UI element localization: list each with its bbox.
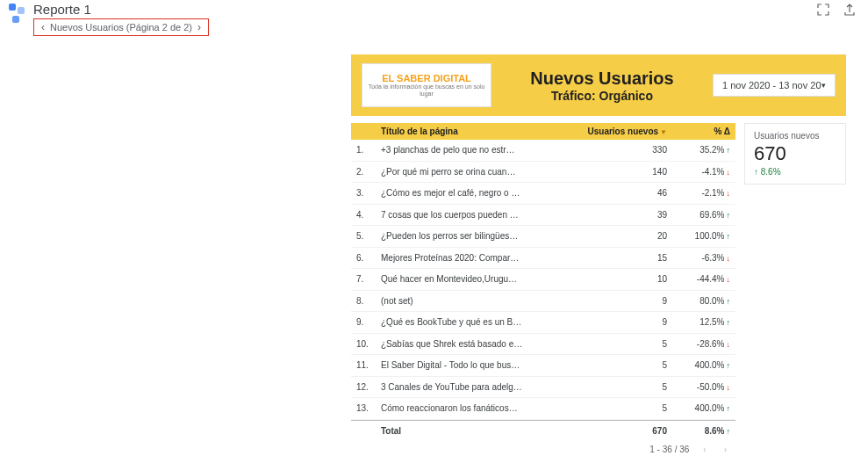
- table-row[interactable]: 13.Cómo reaccionaron los fanáticos…5400.…: [351, 398, 735, 420]
- row-index: 3.: [356, 186, 381, 200]
- arrow-up-icon: ↑: [727, 361, 731, 370]
- table-row[interactable]: 11.El Saber Digital - Todo lo que bus…54…: [351, 355, 735, 377]
- table-pager: 1 - 36 / 36 ‹ ›: [351, 441, 735, 456]
- row-index: 6.: [356, 251, 381, 265]
- arrow-up-icon: ↑: [727, 404, 731, 413]
- pager-next-icon[interactable]: ›: [721, 445, 730, 454]
- row-title: +3 planchas de pelo que no estr…: [381, 143, 570, 157]
- row-delta: 12.5%↑: [667, 315, 730, 329]
- arrow-down-icon: ↓: [727, 340, 731, 349]
- arrow-down-icon: ↓: [727, 168, 731, 177]
- row-delta: -50.0%↓: [667, 380, 730, 394]
- row-title: ¿Qué es BookTube y qué es un B…: [381, 315, 570, 329]
- brand-title: EL SABER DIGITAL: [382, 73, 471, 83]
- row-index: 4.: [356, 208, 381, 222]
- row-delta: -6.3%↓: [667, 251, 730, 265]
- arrow-down-icon: ↓: [727, 275, 731, 284]
- table-row[interactable]: 7.Qué hacer en Montevideo,Urugu…10-44.4%…: [351, 269, 735, 291]
- table-total-row: Total 670 8.6%↑: [351, 420, 735, 442]
- table-row[interactable]: 2.¿Por qué mi perro se orina cuan…140-4.…: [351, 162, 735, 184]
- page-heading: Nuevos Usuarios: [507, 69, 697, 89]
- col-delta-header[interactable]: % Δ: [667, 127, 730, 136]
- col-title-header[interactable]: Título de la página: [381, 127, 570, 136]
- row-title: (not set): [381, 294, 570, 308]
- data-table: Título de la página Usuarios nuevos▼ % Δ…: [351, 123, 735, 456]
- arrow-up-icon: ↑: [727, 211, 731, 220]
- fullscreen-icon[interactable]: [817, 4, 829, 18]
- arrow-down-icon: ↓: [727, 254, 731, 263]
- table-row[interactable]: 1.+3 planchas de pelo que no estr…33035.…: [351, 140, 735, 162]
- arrow-up-icon: ↑: [754, 167, 758, 177]
- row-title: ¿Sabías que Shrek está basado e…: [381, 337, 570, 351]
- table-row[interactable]: 6.Mejores Proteínas 2020: Compar…15-6.3%…: [351, 248, 735, 270]
- breadcrumb[interactable]: ‹ Nuevos Usuarios (Página 2 de 2) ›: [33, 18, 209, 36]
- row-index: 12.: [356, 380, 381, 394]
- row-users: 46: [570, 186, 667, 200]
- row-delta: -28.6%↓: [667, 337, 730, 351]
- row-title: Cómo reaccionaron los fanáticos…: [381, 402, 570, 416]
- col-users-header[interactable]: Usuarios nuevos▼: [570, 127, 667, 136]
- row-index: 1.: [356, 143, 381, 157]
- row-index: 8.: [356, 294, 381, 308]
- row-title: Qué hacer en Montevideo,Urugu…: [381, 272, 570, 286]
- row-users: 5: [570, 380, 667, 394]
- row-title: ¿Pueden los perros ser bilingües…: [381, 229, 570, 243]
- pager-label: 1 - 36 / 36: [649, 445, 689, 454]
- table-row[interactable]: 12.3 Canales de YouTube para adelg…5-50.…: [351, 377, 735, 399]
- row-users: 5: [570, 402, 667, 416]
- table-row[interactable]: 5.¿Pueden los perros ser bilingües…20100…: [351, 226, 735, 248]
- row-index: 10.: [356, 337, 381, 351]
- row-users: 20: [570, 229, 667, 243]
- kpi-card: Usuarios nuevos 670 ↑ 8.6%: [744, 123, 846, 185]
- date-range-label: 1 nov 2020 - 13 nov 20: [722, 80, 821, 90]
- row-delta: 35.2%↑: [667, 143, 730, 157]
- table-row[interactable]: 10.¿Sabías que Shrek está basado e…5-28.…: [351, 334, 735, 356]
- share-icon[interactable]: [843, 4, 856, 18]
- caret-down-icon: ▾: [821, 81, 826, 90]
- arrow-up-icon: ↑: [727, 318, 731, 327]
- chevron-right-icon[interactable]: ›: [197, 21, 201, 33]
- breadcrumb-label: Nuevos Usuarios (Página 2 de 2): [50, 22, 192, 33]
- arrow-up-icon: ↑: [727, 297, 731, 306]
- row-index: 9.: [356, 315, 381, 329]
- report-title: Reporte 1: [33, 2, 209, 17]
- row-users: 10: [570, 272, 667, 286]
- app-logo: [9, 4, 28, 23]
- kpi-label: Usuarios nuevos: [754, 131, 836, 141]
- row-delta: 69.6%↑: [667, 208, 730, 222]
- table-header: Título de la página Usuarios nuevos▼ % Δ: [351, 123, 735, 140]
- row-index: 7.: [356, 272, 381, 286]
- arrow-up-icon: ↑: [727, 232, 731, 241]
- brand-logo-box: EL SABER DIGITAL Toda la información que…: [362, 63, 491, 107]
- row-index: 13.: [356, 402, 381, 416]
- table-row[interactable]: 4.7 cosas que los cuerpos pueden …3969.6…: [351, 205, 735, 227]
- pager-prev-icon[interactable]: ‹: [699, 445, 709, 454]
- row-delta: 80.0%↑: [667, 294, 730, 308]
- page-sub-heading: Tráfico: Orgánico: [507, 89, 697, 103]
- table-row[interactable]: 8.(not set)980.0%↑: [351, 291, 735, 313]
- row-index: 5.: [356, 229, 381, 243]
- row-delta: -44.4%↓: [667, 272, 730, 286]
- arrow-down-icon: ↓: [727, 383, 731, 392]
- report-header-band: EL SABER DIGITAL Toda la información que…: [351, 54, 846, 116]
- row-title: Mejores Proteínas 2020: Compar…: [381, 251, 570, 265]
- kpi-delta: ↑ 8.6%: [754, 167, 836, 177]
- row-users: 39: [570, 208, 667, 222]
- date-range-picker[interactable]: 1 nov 2020 - 13 nov 20 ▾: [713, 74, 836, 97]
- row-users: 140: [570, 165, 667, 179]
- arrow-up-icon: ↑: [727, 427, 731, 436]
- row-users: 330: [570, 143, 667, 157]
- sort-desc-icon: ▼: [660, 128, 667, 136]
- row-title: El Saber Digital - Todo lo que bus…: [381, 358, 570, 373]
- row-users: 9: [570, 294, 667, 308]
- row-index: 11.: [356, 358, 381, 373]
- table-row[interactable]: 9.¿Qué es BookTube y qué es un B…912.5%↑: [351, 312, 735, 334]
- row-users: 15: [570, 251, 667, 265]
- row-delta: 400.0%↑: [667, 402, 730, 416]
- row-users: 5: [570, 358, 667, 373]
- arrow-down-icon: ↓: [727, 189, 731, 198]
- row-users: 9: [570, 315, 667, 329]
- table-row[interactable]: 3.¿Cómo es mejor el café, negro o …46-2.…: [351, 183, 735, 205]
- chevron-left-icon[interactable]: ‹: [41, 21, 45, 33]
- brand-subtitle: Toda la información que buscas en un sol…: [362, 83, 491, 97]
